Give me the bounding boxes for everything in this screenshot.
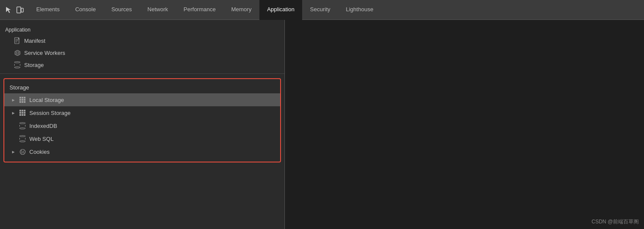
storage-top-label: Storage xyxy=(24,62,44,68)
storage-icon-top xyxy=(14,61,21,68)
manifest-icon xyxy=(14,37,21,44)
application-section-title: Application xyxy=(0,23,284,35)
storage-group: Storage ► Local Storage ► xyxy=(3,78,281,162)
sidebar-item-storage-top[interactable]: Storage xyxy=(0,59,284,71)
indexeddb-icon xyxy=(19,122,26,129)
sidebar-item-service-workers[interactable]: Service Workers xyxy=(0,47,284,59)
tab-security[interactable]: Security xyxy=(302,0,338,20)
svg-point-11 xyxy=(23,153,24,153)
tab-application[interactable]: Application xyxy=(259,0,303,20)
right-panel xyxy=(285,20,644,229)
sidebar-item-web-sql[interactable]: Web SQL xyxy=(4,132,280,145)
sidebar-item-session-storage[interactable]: ► Session Storage xyxy=(4,106,280,119)
tab-lighthouse[interactable]: Lighthouse xyxy=(338,0,381,20)
tab-bar: Elements Console Sources Network Perform… xyxy=(0,0,644,20)
service-workers-label: Service Workers xyxy=(24,50,65,56)
watermark: CSDN @前端百草阁 xyxy=(591,218,639,226)
sidebar-item-local-storage[interactable]: ► Local Storage xyxy=(4,93,280,106)
tab-memory[interactable]: Memory xyxy=(224,0,259,20)
chevron-right-local-icon: ► xyxy=(11,98,16,102)
toolbar-icons xyxy=(0,6,28,14)
svg-rect-1 xyxy=(21,8,23,12)
session-storage-grid-icon xyxy=(19,109,26,116)
tab-sources[interactable]: Sources xyxy=(104,0,140,20)
tab-elements[interactable]: Elements xyxy=(28,0,67,20)
tab-console[interactable]: Console xyxy=(67,0,104,20)
svg-point-8 xyxy=(21,150,22,151)
cursor-icon[interactable] xyxy=(4,6,13,14)
local-storage-grid-icon xyxy=(19,96,26,103)
device-icon[interactable] xyxy=(16,6,24,14)
sidebar: Application Manifest Service W xyxy=(0,20,285,229)
tab-network[interactable]: Network xyxy=(140,0,176,20)
chevron-right-cookies-icon: ► xyxy=(11,149,16,154)
tab-performance[interactable]: Performance xyxy=(176,0,223,20)
chevron-right-session-icon: ► xyxy=(11,111,16,115)
local-storage-label: Local Storage xyxy=(29,97,64,103)
gear-icon xyxy=(14,49,21,56)
svg-point-10 xyxy=(22,153,22,153)
svg-point-9 xyxy=(23,151,24,152)
sidebar-item-cookies[interactable]: ► Cookies xyxy=(4,145,280,158)
storage-section-title: Storage xyxy=(4,83,280,93)
indexeddb-label: IndexedDB xyxy=(29,123,57,129)
cookies-icon xyxy=(19,148,26,155)
sidebar-item-manifest[interactable]: Manifest xyxy=(0,35,284,47)
web-sql-label: Web SQL xyxy=(29,136,54,142)
manifest-label: Manifest xyxy=(24,38,45,44)
session-storage-label: Session Storage xyxy=(29,110,70,116)
svg-rect-0 xyxy=(17,7,21,13)
cookies-label: Cookies xyxy=(29,149,50,155)
divider xyxy=(0,73,284,74)
main-layout: Application Manifest Service W xyxy=(0,20,644,229)
sidebar-item-indexeddb[interactable]: IndexedDB xyxy=(4,119,280,132)
web-sql-icon xyxy=(19,135,26,142)
